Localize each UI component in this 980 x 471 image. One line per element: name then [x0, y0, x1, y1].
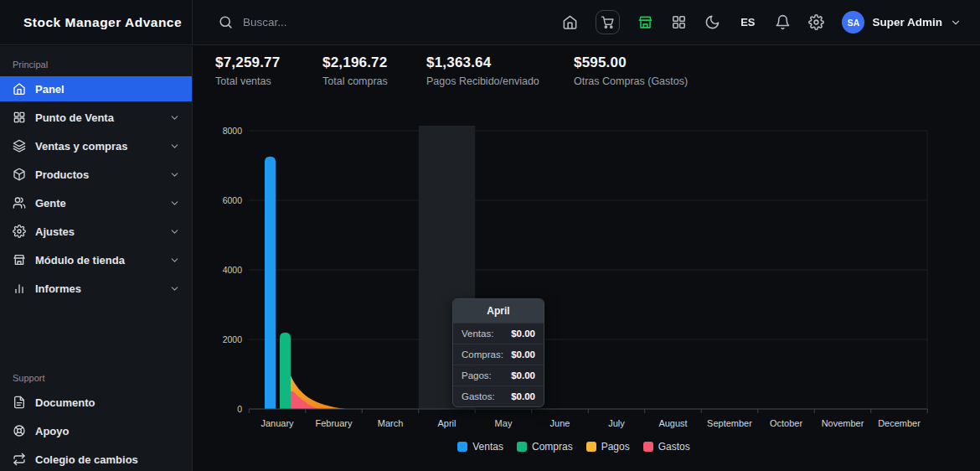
sidebar-section-label: Principal [13, 60, 192, 70]
users-icon [13, 196, 26, 210]
sidebar-section-label: Support [13, 373, 192, 383]
app-title: Stock Manager Advance [23, 15, 182, 30]
cart-button[interactable] [596, 10, 620, 34]
month-label: August [658, 418, 687, 428]
store-icon [13, 253, 26, 267]
chevron-down-icon [169, 198, 180, 209]
sidebar-item-label: Panel [35, 83, 64, 96]
sidebar-item-panel[interactable]: Panel [0, 76, 192, 101]
legend-swatch [517, 442, 527, 452]
tooltip-row: Ventas:$0.00 [453, 323, 544, 344]
sidebar: PrincipalPanelPunto de VentaVentas y com… [0, 46, 193, 471]
y-tick-label: 6000 [223, 195, 243, 205]
sales-overview-chart[interactable]: 02000400060008000JanuaryFebruaryMarchApr… [209, 121, 946, 453]
tooltip-rows: Ventas:$0.00Compras:$0.00Pagos:$0.00Gast… [453, 323, 544, 406]
legend-label: Gastos [658, 441, 690, 453]
chevron-down-icon [169, 169, 180, 180]
y-tick-label: 8000 [223, 126, 243, 136]
sidebar-section: PrincipalPanelPunto de VentaVentas y com… [0, 60, 192, 301]
app-logo: Stock Manager Advance [0, 0, 193, 44]
stat-card-pagos-recibido-enviado: $1,363.64Pagos Recibido/enviado [426, 54, 574, 87]
sidebar-section: SupportDocumentoApoyoColegio de cambios [0, 373, 192, 471]
sidebar-item-label: Informes [35, 282, 81, 295]
legend-item-gastos[interactable]: Gastos [643, 441, 690, 453]
legend-swatch [457, 442, 467, 452]
legend-swatch [643, 442, 653, 452]
layout: PrincipalPanelPunto de VentaVentas y com… [0, 46, 980, 471]
chevron-down-icon [169, 226, 180, 237]
notifications-bell-icon[interactable] [775, 14, 791, 30]
stat-value: $595.00 [574, 54, 980, 71]
sidebar-item-informes[interactable]: Informes [0, 276, 192, 301]
tooltip-row: Pagos:$0.00 [453, 365, 544, 386]
dark-mode-icon[interactable] [704, 14, 720, 30]
legend-swatch [586, 442, 596, 452]
chevron-down-icon [950, 17, 962, 28]
box-icon [13, 168, 26, 181]
stat-label: Otras Compras (Gastos) [574, 75, 980, 87]
search-icon [218, 14, 234, 30]
y-tick-label: 0 [237, 404, 242, 414]
search-input[interactable] [243, 16, 410, 28]
gear-icon [13, 225, 26, 238]
y-tick-label: 4000 [223, 265, 243, 275]
month-label: December [878, 418, 921, 428]
month-label: April [437, 418, 456, 428]
avatar: SA [842, 11, 864, 34]
sidebar-item-gente[interactable]: Gente [0, 190, 192, 215]
bar-chart-icon [13, 282, 26, 295]
home-icon [13, 82, 26, 96]
legend-item-ventas[interactable]: Ventas [457, 441, 503, 453]
apps-icon[interactable] [671, 14, 687, 30]
stat-label: Total ventas [215, 75, 322, 87]
sidebar-item-documento[interactable]: Documento [0, 390, 192, 415]
stats-row: $7,259.77Total ventas$2,196.72Total comp… [209, 54, 980, 87]
sidebar-item-label: Ventas y compras [35, 140, 128, 153]
sidebar-item-punto-de-venta[interactable]: Punto de Venta [0, 105, 192, 130]
sidebar-item-colegio-de-cambios[interactable]: Colegio de cambios [0, 447, 192, 471]
legend-label: Compras [532, 441, 573, 453]
legend-item-compras[interactable]: Compras [517, 441, 573, 453]
series-compras [280, 333, 291, 409]
home-icon[interactable] [562, 14, 578, 30]
month-label: November [822, 418, 864, 428]
tooltip-row: Compras:$0.00 [453, 344, 544, 365]
stat-card-total-ventas: $7,259.77Total ventas [215, 54, 322, 87]
life-buoy-icon [13, 424, 26, 437]
topbar-actions: ES SA Super Admin [562, 10, 980, 34]
sidebar-item-label: Apoyo [35, 425, 69, 437]
stat-value: $7,259.77 [215, 54, 322, 71]
user-menu[interactable]: SA Super Admin [842, 11, 962, 34]
series-ventas [265, 157, 276, 409]
tooltip-row-label: Gastos: [462, 391, 495, 401]
layers-icon [13, 139, 26, 153]
chevron-down-icon [169, 112, 180, 123]
tooltip-title: April [453, 299, 544, 323]
chevron-down-icon [169, 283, 180, 294]
sidebar-item-ajustes[interactable]: Ajustes [0, 219, 192, 244]
sidebar-item-productos[interactable]: Productos [0, 162, 192, 187]
sidebar-item-ventas-y-compras[interactable]: Ventas y compras [0, 133, 192, 158]
legend-label: Pagos [601, 441, 630, 453]
month-label: January [260, 418, 294, 428]
month-label: March [378, 418, 404, 428]
stat-card-total-compras: $2,196.72Total compras [322, 54, 426, 87]
search-bar [218, 14, 410, 30]
sidebar-item-label: Documento [35, 396, 95, 409]
tooltip-row-label: Compras: [462, 349, 503, 360]
language-selector[interactable]: ES [740, 16, 755, 28]
legend-item-pagos[interactable]: Pagos [586, 441, 630, 453]
chevron-down-icon [169, 141, 180, 152]
tooltip-row-value: $0.00 [511, 329, 535, 339]
store-icon[interactable] [637, 14, 653, 30]
stat-label: Pagos Recibido/enviado [426, 75, 574, 87]
sidebar-item-modulo-de-tienda[interactable]: Módulo de tienda [0, 247, 192, 272]
month-label: May [495, 418, 513, 428]
tooltip-row-value: $0.00 [511, 370, 535, 380]
topbar: Stock Manager Advance ES SA Super Admin [0, 0, 980, 45]
user-name: Super Admin [872, 16, 942, 28]
settings-gear-icon[interactable] [808, 14, 824, 30]
chart-canvas[interactable]: 02000400060008000JanuaryFebruaryMarchApr… [209, 121, 938, 432]
sidebar-item-apoyo[interactable]: Apoyo [0, 418, 192, 443]
document-icon [13, 396, 26, 409]
